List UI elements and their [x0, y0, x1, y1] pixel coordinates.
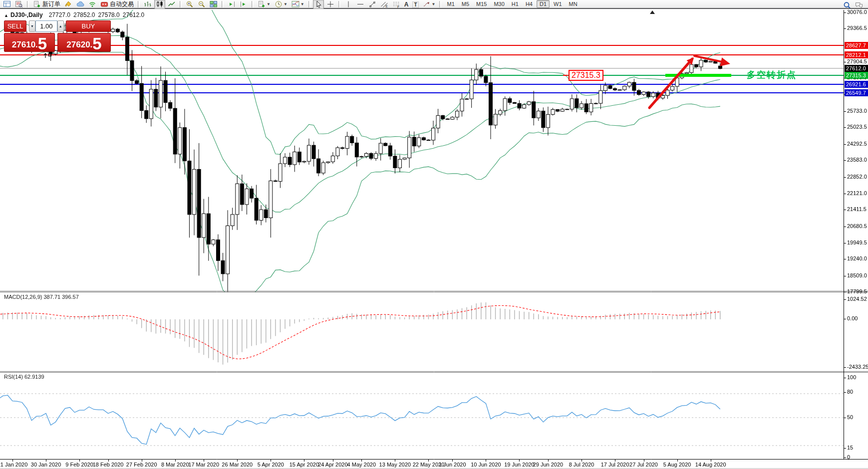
chart-shift-button[interactable] — [226, 0, 237, 9]
price-tick-0.00: 0.00 — [847, 315, 858, 322]
date-label: 26 Mar 2020 — [222, 462, 253, 468]
volume-increment-button[interactable]: ▲ — [57, 20, 64, 32]
chat-button[interactable] — [854, 0, 865, 10]
zoom-in-button[interactable] — [184, 0, 195, 9]
chart-shift-icon — [228, 0, 236, 8]
zoom-in-icon — [186, 0, 194, 8]
price-tick-27904.5: 27904.5 — [847, 58, 867, 65]
line-chart-icon — [168, 0, 176, 8]
chart-windows-button[interactable] — [1, 0, 12, 9]
macd-pane-label: MACD(12,26,9) 387.71 396.57 — [4, 294, 79, 300]
new-chart-button[interactable]: ▼ — [256, 0, 272, 9]
volume-decrement-button[interactable]: ▼ — [29, 20, 35, 32]
new-order-icon — [33, 0, 41, 8]
date-label: 9 Feb 2020 — [65, 462, 93, 468]
auto-scroll-icon — [240, 0, 248, 8]
timeframe-m1-button[interactable]: M1 — [444, 0, 457, 8]
price-tick-50: 50 — [847, 414, 853, 421]
date-label: 13 May 2020 — [379, 462, 411, 468]
arrows-dropdown-icon[interactable]: ▼ — [432, 2, 436, 6]
timeframe-m5-button[interactable]: M5 — [459, 0, 472, 8]
buy-price-main: 27620 — [66, 40, 90, 50]
equidistant-channel-icon: E — [380, 0, 388, 8]
zoom-out-icon — [198, 0, 206, 8]
timeframe-mn-button[interactable]: MN — [566, 0, 580, 8]
vertical-line-button[interactable] — [343, 0, 354, 9]
line-chart-button[interactable] — [166, 0, 177, 9]
vertical-line-icon — [344, 0, 352, 8]
price-tick-80: 80 — [847, 389, 853, 395]
indicators-button[interactable]: ▼ — [290, 0, 306, 9]
sell-price-button[interactable]: 27610.5 — [4, 33, 55, 52]
price-tick-24292.5: 24292.5 — [847, 141, 867, 147]
date-label: 18 Feb 2020 — [93, 462, 124, 468]
zoom-out-button[interactable] — [196, 0, 207, 9]
text-icon: A — [404, 0, 409, 8]
market-watch-icon — [15, 0, 23, 8]
price-tick-29366.5: 29366.5 — [847, 25, 867, 31]
symbol-marker-icon: ▲ — [4, 13, 8, 18]
search-button[interactable] — [842, 0, 853, 10]
new-order-label: 新订单 — [42, 0, 60, 8]
chart-windows-icon — [3, 0, 11, 8]
price-tick-19240.0: 19240.0 — [847, 255, 867, 262]
timeframe-m30-button[interactable]: M30 — [491, 0, 507, 8]
date-label: 21 Jan 2020 — [0, 462, 27, 468]
timeframe-h4-button[interactable]: H4 — [523, 0, 536, 8]
ohlc-high: 27852.0 — [73, 11, 95, 18]
volume-input[interactable] — [35, 20, 57, 32]
new-order-button[interactable]: 新订单 — [31, 0, 62, 9]
date-label: 29 Jun 2020 — [533, 462, 564, 468]
styles-bucket-button[interactable] — [63, 0, 74, 9]
one-click-trading-panel: SELL ▼ ▲ BUY 27610.5 27620.5 — [4, 20, 111, 52]
new-chart-dropdown-icon[interactable]: ▼ — [267, 2, 271, 6]
trend-line-button[interactable] — [367, 0, 378, 9]
signal-button[interactable] — [87, 0, 98, 9]
sell-button[interactable]: SELL — [4, 20, 26, 32]
ohlc-open: 27727.0 — [49, 11, 70, 18]
auto-trading-button[interactable]: 自动交易 — [99, 0, 135, 9]
chat-icon — [855, 1, 863, 9]
crosshair-button[interactable] — [325, 0, 336, 9]
auto-scroll-button[interactable] — [238, 0, 249, 9]
timeframe-w1-button[interactable]: W1 — [551, 0, 565, 8]
trend-line-icon — [368, 0, 376, 8]
date-label: 1 Jun 2020 — [439, 462, 466, 468]
date-label: 5 Aug 2020 — [663, 462, 691, 468]
bar-chart-button[interactable] — [142, 0, 153, 9]
periods-dropdown-icon[interactable]: ▼ — [284, 2, 288, 6]
signal-icon — [88, 0, 96, 8]
timeframe-m15-button[interactable]: M15 — [473, 0, 490, 8]
periods-button[interactable]: ▼ — [273, 0, 289, 9]
chart-canvas[interactable] — [0, 0, 868, 469]
toolbar-left-group: 新订单自动交易▼▼▼EFAT▼M1M5M15M30H1H4D1W1MN — [1, 0, 581, 9]
arrows-button[interactable]: ▼ — [421, 0, 437, 9]
date-label: 17 Mar 2020 — [188, 462, 219, 468]
text-label-button[interactable]: T — [411, 0, 420, 9]
svg-text:E: E — [385, 4, 388, 7]
ohlc-close: 27612.0 — [123, 11, 144, 18]
indicators-dropdown-icon[interactable]: ▼ — [300, 2, 304, 6]
timeframe-d1-button[interactable]: D1 — [537, 0, 550, 8]
price-marker-28627.7: 28627.7 — [845, 42, 868, 49]
text-button[interactable]: A — [403, 0, 410, 9]
buy-button[interactable]: BUY — [66, 20, 111, 32]
price-tick-100: 100 — [847, 374, 856, 381]
cursor-button[interactable] — [313, 0, 324, 9]
support-price-annotation: 27315.3 — [569, 70, 603, 81]
buy-price-button[interactable]: 27620.5 — [57, 33, 111, 52]
sell-price-main: 27610 — [12, 40, 35, 50]
date-label: 19 Jun 2020 — [504, 462, 535, 468]
turning-point-annotation: 多空转折点 — [747, 69, 797, 81]
timeframe-h1-button[interactable]: H1 — [509, 0, 522, 8]
candlestick-chart-button[interactable] — [154, 0, 165, 9]
date-label: 10 Jun 2020 — [471, 462, 501, 468]
cloud-button[interactable] — [75, 0, 86, 9]
tile-windows-button[interactable] — [208, 0, 219, 9]
toolbar-right-group — [841, 0, 865, 10]
fibonacci-button[interactable]: F — [391, 0, 402, 9]
market-watch-button[interactable] — [13, 0, 24, 9]
equidistant-channel-button[interactable]: E — [379, 0, 390, 9]
price-marker-28212.1: 28212.1 — [845, 51, 868, 58]
horizontal-line-button[interactable] — [355, 0, 366, 9]
